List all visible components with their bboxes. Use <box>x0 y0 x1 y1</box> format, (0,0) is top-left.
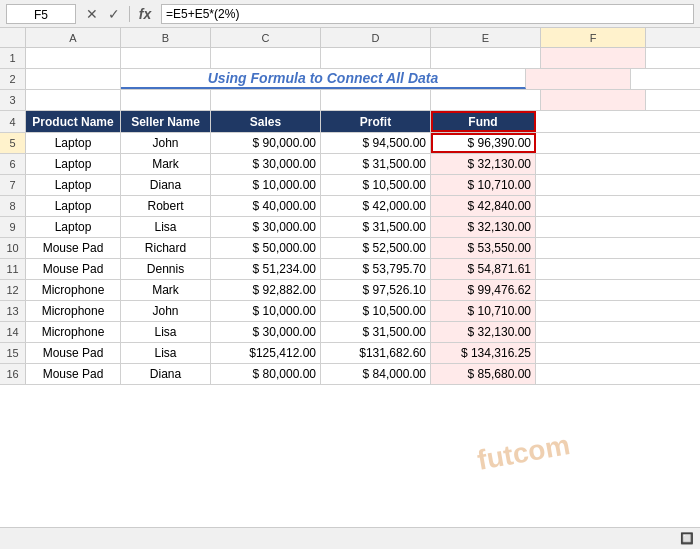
row-num-8: 8 <box>0 196 26 216</box>
cell-seller-7[interactable]: Diana <box>121 175 211 195</box>
cell-profit-7[interactable]: $ 10,500.00 <box>321 175 431 195</box>
col-header-b[interactable]: B <box>121 28 211 47</box>
cell-product-7[interactable]: Laptop <box>26 175 121 195</box>
cell-product-5[interactable]: Laptop <box>26 133 121 153</box>
cell-seller-15[interactable]: Lisa <box>121 343 211 363</box>
header-profit: Profit <box>321 111 431 132</box>
cell-product-11[interactable]: Mouse Pad <box>26 259 121 279</box>
col-header-f[interactable]: F <box>541 28 646 47</box>
cell-profit-13[interactable]: $ 10,500.00 <box>321 301 431 321</box>
cell-sales-8[interactable]: $ 40,000.00 <box>211 196 321 216</box>
cell-seller-5[interactable]: John <box>121 133 211 153</box>
col-header-c[interactable]: C <box>211 28 321 47</box>
row-num-7: 7 <box>0 175 26 195</box>
cell-d3[interactable] <box>321 90 431 110</box>
cell-sales-15[interactable]: $125,412.00 <box>211 343 321 363</box>
cell-sales-13[interactable]: $ 10,000.00 <box>211 301 321 321</box>
cell-product-16[interactable]: Mouse Pad <box>26 364 121 384</box>
row-14: 14 Microphone Lisa $ 30,000.00 $ 31,500.… <box>0 322 700 343</box>
row-num-11: 11 <box>0 259 26 279</box>
cell-d1[interactable] <box>321 48 431 68</box>
row-num-6: 6 <box>0 154 26 174</box>
col-header-e[interactable]: E <box>431 28 541 47</box>
cell-c3[interactable] <box>211 90 321 110</box>
cell-product-13[interactable]: Microphone <box>26 301 121 321</box>
cell-b3[interactable] <box>121 90 211 110</box>
fx-btn[interactable]: fx <box>135 4 155 24</box>
formula-input[interactable] <box>161 4 694 24</box>
cell-product-10[interactable]: Mouse Pad <box>26 238 121 258</box>
cell-seller-14[interactable]: Lisa <box>121 322 211 342</box>
cell-fund-13[interactable]: $ 10,710.00 <box>431 301 536 321</box>
cell-seller-8[interactable]: Robert <box>121 196 211 216</box>
cell-fund-16[interactable]: $ 85,680.00 <box>431 364 536 384</box>
cell-seller-11[interactable]: Dennis <box>121 259 211 279</box>
cell-product-8[interactable]: Laptop <box>26 196 121 216</box>
cell-e3[interactable] <box>431 90 541 110</box>
cell-seller-13[interactable]: John <box>121 301 211 321</box>
cell-product-14[interactable]: Microphone <box>26 322 121 342</box>
cell-a2[interactable] <box>26 69 121 89</box>
spreadsheet-title: Using Formula to Connect All Data <box>208 70 439 86</box>
cell-seller-10[interactable]: Richard <box>121 238 211 258</box>
cell-profit-16[interactable]: $ 84,000.00 <box>321 364 431 384</box>
cell-seller-12[interactable]: Mark <box>121 280 211 300</box>
cell-fund-14[interactable]: $ 32,130.00 <box>431 322 536 342</box>
cell-profit-6[interactable]: $ 31,500.00 <box>321 154 431 174</box>
cell-seller-16[interactable]: Diana <box>121 364 211 384</box>
cell-fund-9[interactable]: $ 32,130.00 <box>431 217 536 237</box>
cell-profit-10[interactable]: $ 52,500.00 <box>321 238 431 258</box>
row-6: 6 Laptop Mark $ 30,000.00 $ 31,500.00 $ … <box>0 154 700 175</box>
cell-fund-15[interactable]: $ 134,316.25 <box>431 343 536 363</box>
cell-sales-16[interactable]: $ 80,000.00 <box>211 364 321 384</box>
cell-sales-14[interactable]: $ 30,000.00 <box>211 322 321 342</box>
cell-seller-9[interactable]: Lisa <box>121 217 211 237</box>
cell-profit-9[interactable]: $ 31,500.00 <box>321 217 431 237</box>
cell-product-9[interactable]: Laptop <box>26 217 121 237</box>
confirm-btn[interactable]: ✓ <box>104 4 124 24</box>
name-box[interactable]: F5 <box>6 4 76 24</box>
cell-profit-14[interactable]: $ 31,500.00 <box>321 322 431 342</box>
cell-fund-8[interactable]: $ 42,840.00 <box>431 196 536 216</box>
cell-c1[interactable] <box>211 48 321 68</box>
spreadsheet: A B C D E F 1 2 Using Formula to Connect… <box>0 28 700 549</box>
cell-sales-9[interactable]: $ 30,000.00 <box>211 217 321 237</box>
row-num-15: 15 <box>0 343 26 363</box>
cell-sales-6[interactable]: $ 30,000.00 <box>211 154 321 174</box>
cell-product-6[interactable]: Laptop <box>26 154 121 174</box>
cell-fund-10[interactable]: $ 53,550.00 <box>431 238 536 258</box>
cell-product-12[interactable]: Microphone <box>26 280 121 300</box>
cell-e1[interactable] <box>431 48 541 68</box>
cell-profit-12[interactable]: $ 97,526.10 <box>321 280 431 300</box>
row-num-9: 9 <box>0 217 26 237</box>
cell-f3[interactable] <box>541 90 646 110</box>
cell-product-15[interactable]: Mouse Pad <box>26 343 121 363</box>
cell-fund-7[interactable]: $ 10,710.00 <box>431 175 536 195</box>
cell-f2[interactable] <box>526 69 631 89</box>
cell-fund-12[interactable]: $ 99,476.62 <box>431 280 536 300</box>
cell-fund-6[interactable]: $ 32,130.00 <box>431 154 536 174</box>
cell-sales-5[interactable]: $ 90,000.00 <box>211 133 321 153</box>
grid-body: 1 2 Using Formula to Connect All Data 3 <box>0 48 700 549</box>
cancel-btn[interactable]: ✕ <box>82 4 102 24</box>
cell-a1[interactable] <box>26 48 121 68</box>
row-9: 9 Laptop Lisa $ 30,000.00 $ 31,500.00 $ … <box>0 217 700 238</box>
cell-profit-15[interactable]: $131,682.60 <box>321 343 431 363</box>
cell-fund-5[interactable]: $ 96,390.00 <box>431 133 536 153</box>
cell-profit-5[interactable]: $ 94,500.00 <box>321 133 431 153</box>
cell-sales-12[interactable]: $ 92,882.00 <box>211 280 321 300</box>
cell-profit-11[interactable]: $ 53,795.70 <box>321 259 431 279</box>
row-5: 5 Laptop John $ 90,000.00 $ 94,500.00 $ … <box>0 133 700 154</box>
cell-b1[interactable] <box>121 48 211 68</box>
cell-sales-7[interactable]: $ 10,000.00 <box>211 175 321 195</box>
row-num-12: 12 <box>0 280 26 300</box>
col-header-d[interactable]: D <box>321 28 431 47</box>
cell-seller-6[interactable]: Mark <box>121 154 211 174</box>
cell-f1[interactable] <box>541 48 646 68</box>
cell-a3[interactable] <box>26 90 121 110</box>
cell-fund-11[interactable]: $ 54,871.61 <box>431 259 536 279</box>
cell-sales-11[interactable]: $ 51,234.00 <box>211 259 321 279</box>
cell-sales-10[interactable]: $ 50,000.00 <box>211 238 321 258</box>
cell-profit-8[interactable]: $ 42,000.00 <box>321 196 431 216</box>
col-header-a[interactable]: A <box>26 28 121 47</box>
